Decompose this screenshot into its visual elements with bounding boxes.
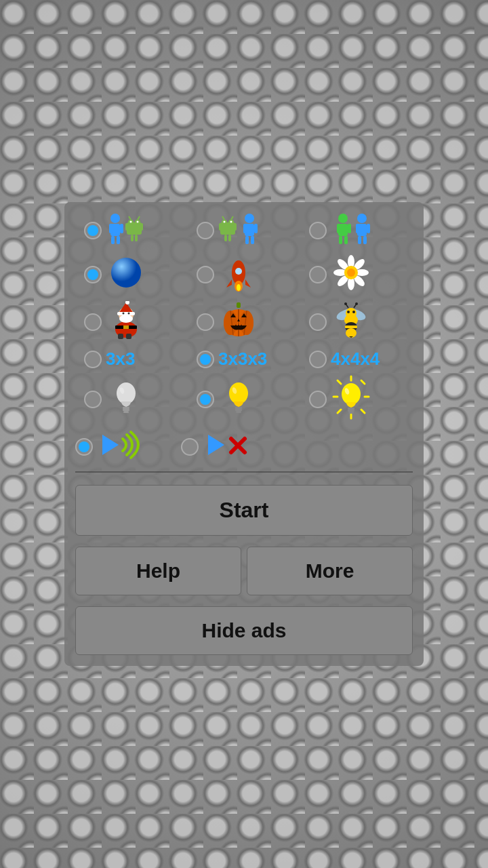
svg-rect-115 xyxy=(348,408,354,410)
hide-ads-button[interactable]: Hide ads xyxy=(75,606,413,655)
daisy-icon xyxy=(331,254,371,296)
radio-bee[interactable] xyxy=(309,313,327,331)
radio-santa[interactable] xyxy=(84,313,102,331)
svg-point-0 xyxy=(110,214,120,223)
cell-3x3x3[interactable]: 3x3x3 xyxy=(197,349,291,370)
svg-point-28 xyxy=(245,214,254,223)
svg-rect-2 xyxy=(109,224,113,233)
svg-line-111 xyxy=(361,380,365,384)
svg-point-67 xyxy=(119,315,133,323)
svg-rect-31 xyxy=(254,224,258,233)
bee-icon xyxy=(331,301,371,343)
cell-pumpkin[interactable] xyxy=(197,301,291,343)
svg-rect-11 xyxy=(125,223,129,231)
radio-sound-on[interactable] xyxy=(75,438,93,456)
cell-bulb-bright[interactable] xyxy=(309,375,404,424)
svg-point-60 xyxy=(347,269,355,277)
cell-daisy[interactable] xyxy=(309,254,404,296)
radio-android-human[interactable] xyxy=(197,222,214,239)
svg-rect-62 xyxy=(118,334,123,339)
radio-rocket[interactable] xyxy=(197,266,214,283)
cell-santa[interactable] xyxy=(84,301,179,343)
start-button[interactable]: Start xyxy=(75,485,413,536)
label-4x4x4: 4x4x4 xyxy=(331,349,380,370)
svg-rect-71 xyxy=(123,326,129,329)
hints-row xyxy=(75,375,413,424)
radio-4x4x4[interactable] xyxy=(309,351,327,368)
svg-point-96 xyxy=(117,382,136,404)
cell-3x3[interactable]: 3x3 xyxy=(84,349,179,370)
svg-rect-12 xyxy=(140,223,143,231)
svg-rect-87 xyxy=(345,326,357,328)
android-human-icon xyxy=(218,213,260,248)
svg-point-86 xyxy=(346,328,357,338)
radio-blue-ball[interactable] xyxy=(84,266,102,283)
svg-rect-97 xyxy=(123,407,129,409)
cell-4x4x4[interactable]: 4x4x4 xyxy=(309,349,404,370)
radio-human-android[interactable] xyxy=(84,222,102,239)
svg-point-48 xyxy=(235,268,242,275)
radio-sound-off[interactable] xyxy=(181,438,199,456)
avatar-row xyxy=(75,213,413,248)
cell-bee[interactable] xyxy=(309,301,404,343)
sound-off-icon xyxy=(203,429,250,465)
svg-rect-104 xyxy=(236,411,241,413)
radio-daisy[interactable] xyxy=(309,266,327,283)
options-grid: 3x3 3x3x3 4x4x4 xyxy=(75,213,413,465)
cell-blue-ball[interactable] xyxy=(84,257,179,292)
cell-human-android[interactable] xyxy=(84,213,179,248)
svg-rect-37 xyxy=(348,224,351,233)
svg-rect-22 xyxy=(219,223,222,231)
cell-green-blue-humans[interactable] xyxy=(309,213,404,248)
cell-bulb-yellow[interactable] xyxy=(197,378,291,420)
cell-bulb-off[interactable] xyxy=(84,378,179,420)
svg-rect-36 xyxy=(337,224,340,233)
radio-pumpkin[interactable] xyxy=(197,313,214,331)
svg-rect-102 xyxy=(235,407,242,409)
radio-bulb-yellow[interactable] xyxy=(197,391,214,408)
svg-rect-117 xyxy=(348,412,354,414)
svg-rect-14 xyxy=(135,235,138,241)
svg-point-21 xyxy=(230,221,232,223)
cell-rocket[interactable] xyxy=(197,254,291,296)
size-row: 3x3 3x3x3 4x4x4 xyxy=(75,349,413,370)
help-more-row: Help More xyxy=(75,547,413,595)
sound-row xyxy=(75,429,413,465)
svg-rect-23 xyxy=(233,223,237,231)
svg-marker-119 xyxy=(102,435,119,455)
svg-line-110 xyxy=(338,380,341,384)
svg-line-16 xyxy=(138,216,140,220)
help-button[interactable]: Help xyxy=(75,547,241,595)
more-button[interactable]: More xyxy=(247,547,413,595)
radio-3x3x3[interactable] xyxy=(197,351,214,368)
svg-rect-30 xyxy=(243,224,247,233)
svg-rect-33 xyxy=(251,236,254,244)
radio-green-blue-humans[interactable] xyxy=(309,222,327,239)
cell-sound-off[interactable] xyxy=(181,429,276,465)
blue-ball-icon xyxy=(106,257,146,292)
svg-point-114 xyxy=(342,383,361,405)
santa-pumpkin-row xyxy=(75,301,413,343)
svg-point-46 xyxy=(111,258,141,288)
cell-android-human[interactable] xyxy=(197,213,291,248)
radio-3x3[interactable] xyxy=(84,351,102,368)
svg-point-92 xyxy=(344,302,347,305)
svg-line-27 xyxy=(231,216,233,220)
rocket-icon xyxy=(218,254,259,296)
human-android-icon xyxy=(106,213,148,248)
svg-rect-63 xyxy=(126,334,131,339)
svg-rect-24 xyxy=(224,235,227,241)
radio-bulb-bright[interactable] xyxy=(309,391,327,408)
divider-1 xyxy=(75,471,413,473)
svg-point-34 xyxy=(338,214,348,223)
radio-bulb-off[interactable] xyxy=(84,391,102,408)
svg-point-94 xyxy=(355,302,358,305)
sound-on-icon xyxy=(97,429,151,465)
svg-rect-98 xyxy=(123,409,129,411)
svg-rect-99 xyxy=(123,411,129,413)
svg-rect-43 xyxy=(367,224,370,233)
cell-sound-on[interactable] xyxy=(75,429,170,465)
green-blue-humans-icon xyxy=(331,213,373,248)
svg-point-20 xyxy=(224,221,226,223)
svg-line-15 xyxy=(129,216,131,220)
